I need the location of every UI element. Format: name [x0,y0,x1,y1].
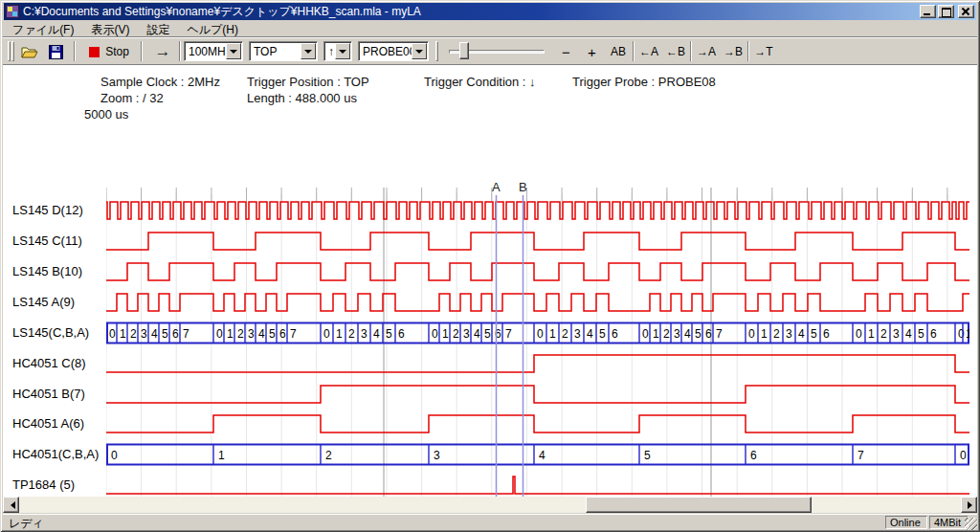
strobe-trace [106,202,969,219]
bus-value: 4 [905,327,912,341]
goto-a-left-button[interactable]: ←A [636,41,661,62]
bus-value: 7 [716,327,723,341]
open-folder-icon [21,45,38,58]
waveform-client-area: Sample Clock : 2MHz Trigger Position : T… [3,64,977,497]
bus-value: 6 [279,327,286,341]
combo-value: TOP [250,45,301,58]
bus-value: 2 [773,327,780,341]
menu-item[interactable]: 表示(V) [82,20,138,36]
zoom-info: Zoom : / 32 [100,91,164,105]
goto-a-right-button[interactable]: →A [694,41,719,62]
chevron-down-icon[interactable] [301,43,316,59]
bus-value: 0 [856,327,862,341]
bus-value: 2 [562,327,568,341]
bus-value: 3 [141,327,147,341]
goto-b-right-button[interactable]: →B [721,41,746,62]
pulse-trace [106,477,969,494]
menu-item[interactable]: ファイル(F) [4,20,82,36]
stop-button[interactable]: Stop [81,41,137,62]
bus-value: 2 [237,327,244,341]
zoom-in-button[interactable]: + [580,41,604,62]
bus-value: 5 [386,327,392,341]
close-button[interactable] [958,5,974,18]
bus-value: 4 [151,327,158,341]
bus-value: 1 [336,327,343,341]
trigger-probe-info: Trigger Probe : PROBE08 [572,75,716,89]
waveform-display[interactable]: 0123456701234567012345601234567012345601… [106,178,969,497]
channel-label: LS145 D(12) [12,203,83,218]
chevron-down-icon[interactable] [412,43,427,59]
zoom-slider-thumb[interactable] [459,42,469,59]
bus-value: 7 [505,327,512,341]
bus-value: 1 [218,449,225,462]
ab-range-button[interactable]: AB [606,41,631,62]
goto-trigger-button[interactable]: →T [751,41,776,62]
goto-b-left-button[interactable]: ←B [663,41,688,62]
zoom-out-button[interactable]: − [554,41,578,62]
bus-value: 7 [290,327,297,341]
combo-trigger-probe[interactable]: PROBE00 [358,41,429,61]
bus-value: 3 [786,327,792,341]
toolbar-grip[interactable] [8,41,11,61]
combo-trigger-position[interactable]: TOP [249,41,318,61]
minimize-button[interactable] [920,5,936,18]
combo-trigger-edge[interactable]: ↑ [323,41,352,61]
bus-value: 0 [111,449,118,462]
digital-trace [106,233,969,250]
bus-value: 3 [574,327,581,341]
chevron-down-icon[interactable] [335,43,350,59]
bus-value: 3 [463,327,470,341]
horizontal-scrollbar[interactable] [3,497,977,513]
maximize-button[interactable] [938,5,954,18]
status-bar: レディ Online 4MBit [3,514,977,529]
bus-value: 3 [248,327,255,341]
menu-bar: ファイル(F)表示(V)設定ヘルプ(H) [4,20,976,36]
chevron-down-icon[interactable] [226,43,241,59]
bus-value: 5 [695,327,702,341]
open-file-button[interactable] [17,41,42,62]
toolbar-separator [141,41,143,61]
scroll-left-button[interactable] [3,497,19,513]
stop-icon [89,47,100,57]
scrollbar-thumb[interactable] [586,497,812,513]
bus-value: 5 [918,327,924,341]
toolbar-separator [179,41,181,61]
bus-value: 3 [361,327,368,341]
bus-value: 4 [373,327,380,341]
cursor-a-label: A [492,180,501,194]
bus-value: 2 [130,327,137,341]
bus-value: 6 [750,449,757,462]
run-button[interactable]: → [148,41,177,62]
toolbar-grip[interactable] [11,41,14,61]
app-icon [6,5,19,18]
time-division-label: 5000 us [84,107,128,122]
bus-value: 7 [183,327,189,341]
bus-value: 2 [325,449,332,462]
bus-value: 1 [653,327,659,341]
status-memory-indicator: 4MBit [929,516,969,529]
run-arrow-icon: → [155,42,171,61]
triangle-right-icon [968,501,976,509]
save-button[interactable] [43,41,68,62]
bus-value: 6 [172,327,179,341]
toolbar: Stop → − + AB ←A ←B →A →B →T 100MHzTOP↑P… [3,36,977,64]
resize-grip[interactable] [965,518,977,530]
menu-item[interactable]: ヘルプ(H) [178,20,247,36]
title-bar[interactable]: C:¥Documents and Settings¥noname¥デスクトップ¥… [4,3,976,20]
scroll-right-button[interactable] [961,497,977,513]
bus-value: 2 [348,327,355,341]
toolbar-grip[interactable] [435,41,438,61]
combo-value: ↑ [324,45,335,58]
stop-label: Stop [105,45,129,58]
channel-label: LS145 A(9) [12,295,75,310]
bus-value: 7 [858,449,864,462]
bus-value: 5 [599,327,606,341]
bus-value: 1 [549,327,556,341]
menu-item[interactable]: 設定 [138,20,178,36]
toolbar-separator [690,41,692,61]
bus-trace: 012345670 [107,445,969,465]
bus-value: 5 [484,327,491,341]
combo-sample-clock[interactable]: 100MHz [184,41,243,61]
sample-clock-info: Sample Clock : 2MHz [100,75,220,89]
toolbar-separator [633,41,635,61]
